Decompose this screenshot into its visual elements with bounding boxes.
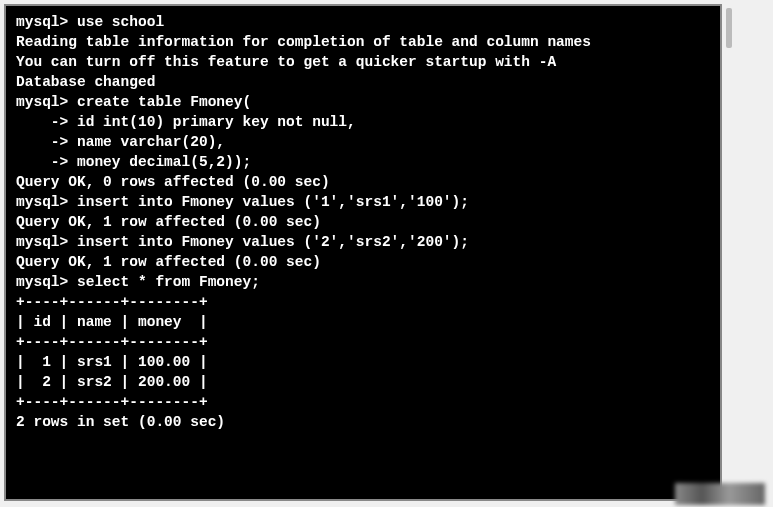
terminal-line: Reading table information for completion… xyxy=(16,32,710,52)
terminal-line: +----+------+--------+ xyxy=(16,292,710,312)
terminal-line: mysql> select * from Fmoney; xyxy=(16,272,710,292)
terminal-line: mysql> create table Fmoney( xyxy=(16,92,710,112)
terminal-line: +----+------+--------+ xyxy=(16,332,710,352)
terminal-line: | 2 | srs2 | 200.00 | xyxy=(16,372,710,392)
terminal-line: mysql> use school xyxy=(16,12,710,32)
scrollbar-thumb[interactable] xyxy=(726,8,732,48)
redacted-region xyxy=(675,483,765,505)
terminal-output[interactable]: mysql> use schoolReading table informati… xyxy=(4,4,722,501)
terminal-line: -> id int(10) primary key not null, xyxy=(16,112,710,132)
terminal-line: Query OK, 1 row affected (0.00 sec) xyxy=(16,252,710,272)
terminal-line: | id | name | money | xyxy=(16,312,710,332)
terminal-line: Query OK, 1 row affected (0.00 sec) xyxy=(16,212,710,232)
terminal-window: mysql> use schoolReading table informati… xyxy=(0,4,773,507)
terminal-line: You can turn off this feature to get a q… xyxy=(16,52,710,72)
terminal-line: | 1 | srs1 | 100.00 | xyxy=(16,352,710,372)
terminal-line: Database changed xyxy=(16,72,710,92)
terminal-line: -> name varchar(20), xyxy=(16,132,710,152)
terminal-line: -> money decimal(5,2)); xyxy=(16,152,710,172)
terminal-line: mysql> insert into Fmoney values ('2','s… xyxy=(16,232,710,252)
terminal-line: 2 rows in set (0.00 sec) xyxy=(16,412,710,432)
terminal-line: mysql> insert into Fmoney values ('1','s… xyxy=(16,192,710,212)
terminal-line: +----+------+--------+ xyxy=(16,392,710,412)
terminal-line: Query OK, 0 rows affected (0.00 sec) xyxy=(16,172,710,192)
